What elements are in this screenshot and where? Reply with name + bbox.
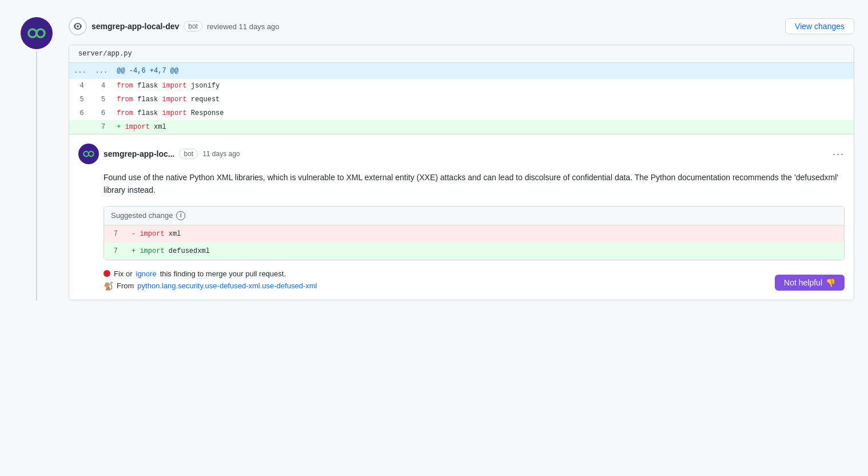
footer-left: Fix or ignore this finding to merge your… [103, 269, 317, 291]
review-header: semgrep-app-local-dev bot reviewed 11 da… [69, 11, 854, 45]
not-helpful-label: Not helpful [784, 278, 822, 287]
file-path: server/app.py [78, 50, 132, 58]
comment-section: semgrep-app-loc... bot 11 days ago ··· F… [69, 134, 854, 300]
review-box: server/app.py ... ... @@ -4,6 +4,7 @@ 4 … [69, 45, 854, 300]
fix-text: Fix or [114, 269, 133, 278]
svg-point-3 [89, 152, 94, 157]
comment-header: semgrep-app-loc... bot 11 days ago ··· [78, 144, 845, 164]
reviewer-name: semgrep-app-local-dev [91, 22, 179, 31]
suggested-change-header: Suggested change i [104, 207, 844, 225]
main-content: semgrep-app-local-dev bot reviewed 11 da… [69, 11, 854, 300]
suggested-change-label: Suggested change [111, 211, 173, 220]
left-avatar-column [14, 11, 59, 300]
info-icon: i [176, 211, 185, 220]
from-line: 🐒 From python.lang.security.use-defused-… [103, 281, 317, 291]
suggested-diff-table: 7 - import xml 7 + import defusedxml [104, 225, 844, 260]
not-helpful-button[interactable]: Not helpful 👎 [775, 275, 845, 291]
suggested-added-line: 7 + import defusedxml [104, 243, 844, 260]
comment-time: 11 days ago [202, 150, 240, 158]
comment-body: Found use of the native Python XML libra… [103, 171, 845, 197]
comment-more-button[interactable]: ··· [833, 148, 845, 160]
comment-author: semgrep-app-loc... [103, 149, 174, 158]
fix-line: Fix or ignore this finding to merge your… [103, 269, 317, 278]
view-changes-button[interactable]: View changes [785, 18, 854, 34]
fix-suffix: this finding to merge your pull request. [160, 269, 286, 278]
comment-bot-badge: bot [179, 149, 198, 159]
hunk-label: @@ -4,6 +4,7 @@ [112, 63, 854, 79]
suggested-removed-line: 7 - import xml [104, 225, 844, 243]
timeline-line [36, 51, 37, 300]
diff-line-4: 4 4 from flask import jsonify [69, 79, 854, 93]
hunk-old-num: ... [69, 63, 91, 79]
review-action: reviewed 11 days ago [207, 22, 280, 31]
reviewer-bot-badge: bot [184, 21, 202, 31]
svg-point-0 [29, 29, 37, 37]
ignore-link[interactable]: ignore [136, 269, 157, 278]
diff-table: ... ... @@ -4,6 +4,7 @@ 4 4 from flask i… [69, 63, 854, 134]
monkey-emoji: 🐒 [103, 281, 113, 291]
file-header: server/app.py [69, 45, 854, 63]
avatar-logo [21, 17, 53, 49]
thumbs-down-emoji: 👎 [826, 278, 835, 287]
svg-point-2 [83, 152, 89, 157]
from-prefix: From [117, 281, 134, 290]
diff-line-7-added: 7 + import xml [69, 120, 854, 134]
eye-icon [69, 17, 87, 35]
diff-line-5: 5 5 from flask import request [69, 93, 854, 106]
comment-avatar [78, 144, 99, 164]
diff-line-6: 6 6 from flask import Response [69, 106, 854, 120]
hunk-new-num: ... [91, 63, 113, 79]
from-link[interactable]: python.lang.security.use-defused-xml.use… [137, 281, 317, 290]
red-dot-icon [103, 270, 110, 277]
diff-hunk-row: ... ... @@ -4,6 +4,7 @@ [69, 63, 854, 79]
comment-footer: Fix or ignore this finding to merge your… [103, 269, 845, 291]
suggested-change-box: Suggested change i 7 - import xml [103, 206, 845, 260]
svg-point-1 [37, 29, 45, 37]
